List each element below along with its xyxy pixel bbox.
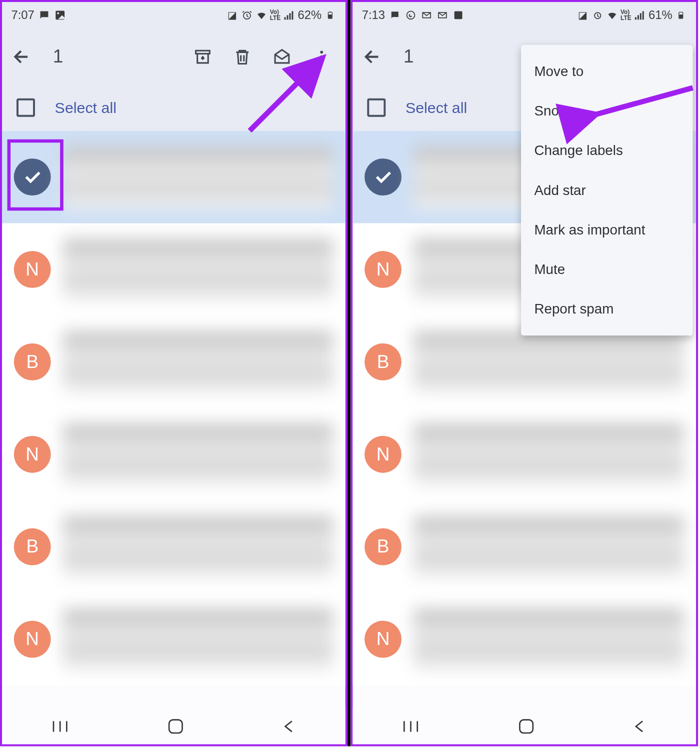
phone-left: 7:07 ◪ Vo)LTE 62%	[0, 0, 348, 746]
email-preview	[414, 330, 684, 393]
battery-icon	[675, 9, 687, 21]
svg-rect-20	[454, 11, 462, 19]
menu-add-star[interactable]: Add star	[521, 170, 692, 210]
email-preview	[414, 516, 684, 578]
email-preview	[62, 516, 334, 578]
svg-point-1	[57, 12, 59, 14]
svg-point-19	[407, 11, 415, 19]
sender-avatar[interactable]: N	[364, 436, 402, 473]
image-icon	[54, 9, 66, 21]
more-button[interactable]	[312, 46, 332, 66]
email-row[interactable]: N	[2, 223, 346, 316]
android-navbar	[352, 708, 696, 744]
email-row[interactable]: B	[2, 500, 346, 593]
svg-rect-8	[328, 14, 332, 18]
svg-rect-18	[169, 720, 182, 732]
menu-report-spam[interactable]: Report spam	[521, 289, 692, 328]
email-preview	[62, 146, 334, 208]
battery-text: 62%	[298, 8, 322, 22]
android-navbar	[2, 708, 346, 744]
email-row[interactable]: N	[352, 593, 696, 686]
back-button[interactable]	[362, 46, 382, 66]
selection-toolbar: 1	[2, 28, 346, 84]
battery-icon	[324, 9, 336, 21]
svg-rect-4	[286, 15, 288, 20]
wifi-icon	[256, 9, 268, 21]
whatsapp-icon	[405, 9, 417, 21]
email-row[interactable]: N	[2, 593, 346, 686]
select-all-label: Select all	[406, 98, 467, 116]
battery-saver-icon: ◪	[577, 9, 589, 21]
sender-avatar[interactable]: N	[14, 251, 51, 288]
volte-icon: Vo)LTE	[620, 9, 632, 21]
email-list: N B N B N	[2, 131, 346, 686]
menu-snooze[interactable]: Snooze	[521, 91, 692, 130]
svg-rect-9	[330, 12, 331, 12]
alarm-icon	[241, 9, 253, 21]
phone-right: 7:13 ◪ Vo)LTE 61% 1 Select all	[350, 0, 698, 746]
selected-check-avatar[interactable]	[364, 158, 402, 196]
battery-text: 61%	[648, 8, 672, 22]
menu-change-labels[interactable]: Change labels	[521, 131, 692, 170]
menu-move-to[interactable]: Move to	[521, 52, 692, 91]
recents-button[interactable]	[402, 719, 420, 734]
alarm-icon	[592, 9, 604, 21]
archive-button[interactable]	[193, 46, 213, 66]
select-all-checkbox[interactable]	[16, 98, 35, 117]
status-bar: 7:13 ◪ Vo)LTE 61%	[352, 2, 696, 28]
overflow-menu: Move to Snooze Change labels Add star Ma…	[521, 45, 692, 336]
select-all-row[interactable]: Select all	[2, 84, 346, 130]
home-button[interactable]	[518, 718, 534, 734]
email-preview	[62, 608, 334, 670]
sender-avatar[interactable]: N	[14, 621, 51, 658]
email-row[interactable]: B	[352, 500, 696, 593]
status-bar: 7:07 ◪ Vo)LTE 62%	[2, 2, 346, 28]
gmail-icon	[436, 9, 448, 21]
back-button[interactable]	[12, 46, 32, 66]
svg-rect-25	[642, 11, 644, 20]
svg-point-13	[320, 60, 323, 62]
svg-rect-6	[292, 11, 293, 20]
recents-button[interactable]	[51, 719, 70, 734]
svg-point-12	[320, 55, 323, 58]
back-nav-button[interactable]	[282, 719, 296, 734]
email-row[interactable]: N	[2, 408, 346, 500]
home-button[interactable]	[167, 718, 184, 734]
sender-avatar[interactable]: N	[14, 436, 51, 473]
email-row[interactable]: B	[2, 316, 346, 408]
email-row-selected[interactable]	[2, 131, 346, 224]
sender-avatar[interactable]: B	[14, 344, 51, 380]
delete-button[interactable]	[232, 46, 252, 66]
signal-icon	[634, 9, 646, 21]
sender-avatar[interactable]: N	[364, 251, 402, 288]
email-preview	[62, 423, 334, 486]
sender-avatar[interactable]: B	[364, 528, 402, 566]
status-time: 7:13	[362, 8, 385, 22]
select-all-label: Select all	[55, 98, 116, 116]
svg-rect-3	[284, 17, 286, 20]
status-time: 7:07	[11, 8, 34, 22]
select-all-checkbox[interactable]	[367, 98, 386, 117]
image-icon	[452, 9, 464, 21]
menu-mute[interactable]: Mute	[521, 250, 692, 289]
email-row[interactable]: N	[352, 408, 696, 500]
selection-count: 1	[53, 46, 64, 67]
email-preview	[62, 330, 334, 393]
sender-avatar[interactable]: B	[364, 344, 402, 380]
email-preview	[62, 238, 334, 300]
svg-rect-5	[289, 13, 290, 20]
menu-mark-important[interactable]: Mark as important	[521, 210, 692, 250]
sender-avatar[interactable]: N	[364, 621, 402, 658]
svg-rect-23	[638, 15, 639, 20]
chat-icon	[38, 9, 50, 21]
back-nav-button[interactable]	[632, 719, 647, 734]
svg-rect-22	[635, 17, 636, 20]
volte-icon: Vo)LTE	[270, 9, 281, 21]
svg-rect-27	[679, 14, 682, 18]
selected-check-avatar[interactable]	[14, 158, 51, 196]
signal-icon	[284, 9, 296, 21]
svg-rect-24	[640, 13, 642, 20]
sender-avatar[interactable]: B	[14, 528, 51, 566]
mark-read-button[interactable]	[272, 46, 292, 66]
svg-rect-10	[196, 50, 210, 54]
